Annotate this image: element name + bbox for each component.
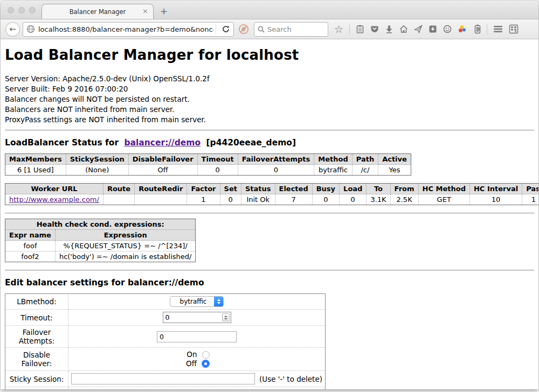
col-status: Status <box>241 184 275 194</box>
form-row-disable-failover: Disable Failover: On Off <box>5 348 326 371</box>
section-divider <box>5 270 534 271</box>
cell-expression: hc('body') =~ /domain is established/ <box>55 251 196 262</box>
failover-attempts-label: Failover Attempts: <box>5 326 68 348</box>
failover-attempts-input[interactable] <box>157 331 237 342</box>
sticky-session-label: Sticky Session: <box>5 371 68 387</box>
col-load: Load <box>340 184 367 194</box>
persist-note-line: Balancer changes will NOT be persisted o… <box>5 94 538 104</box>
cell-stickysession: (None) <box>66 165 128 176</box>
url-input[interactable] <box>38 25 213 33</box>
new-tab-button[interactable]: + <box>160 6 168 17</box>
urlbar-divider <box>216 24 216 34</box>
back-arrow-icon: ← <box>9 24 16 34</box>
balancer-status-table: MaxMembers StickySession DisableFailover… <box>5 153 411 176</box>
table-header-row: Worker URL Route RouteRedir Factor Set S… <box>5 184 539 194</box>
col-active: Active <box>378 154 411 165</box>
cell-timeout: 0 <box>197 165 238 176</box>
search-input[interactable] <box>267 25 324 33</box>
col-maxmembers: MaxMembers <box>5 154 66 165</box>
col-busy: Busy <box>312 184 339 194</box>
pocket-icon[interactable] <box>370 25 379 33</box>
cell-passes: 1 (0) <box>522 194 538 205</box>
table-header-row: Expr name Expression <box>5 230 196 241</box>
col-expr-name: Expr name <box>5 230 56 241</box>
back-button[interactable]: ← <box>5 22 20 37</box>
tab-close-icon[interactable]: × <box>142 8 148 15</box>
url-bar[interactable] <box>23 22 234 37</box>
bookmark-star-icon[interactable]: ☆ <box>334 24 343 34</box>
downloads-icon[interactable] <box>385 25 393 33</box>
disable-failover-off-radio[interactable] <box>202 360 210 368</box>
add-worker-label: Add New Worker: <box>5 387 68 390</box>
health-check-title: Health check cond. expressions: <box>5 219 196 230</box>
search-icon <box>258 26 265 33</box>
send-plane-icon[interactable] <box>414 25 423 33</box>
cell-maxmembers: 6 [1 Used] <box>5 165 66 176</box>
cell-worker-url: http://www.example.com/ <box>5 194 103 205</box>
number-stepper-icon[interactable] <box>222 313 230 321</box>
col-expression: Expression <box>55 230 196 241</box>
tab-balancer-manager[interactable]: Balancer Manager × <box>42 4 154 19</box>
server-info: Server Version: Apache/2.5.0-dev (Unix) … <box>5 74 538 125</box>
col-failoverattempts: FailoverAttempts <box>238 154 314 165</box>
col-to: To <box>367 184 390 194</box>
sticky-session-hint: (Use '-' to delete) <box>259 375 322 383</box>
colored-dots-extension-icon[interactable] <box>458 24 467 34</box>
device-battery-group[interactable]: ▾ <box>473 24 481 34</box>
col-timeout: Timeout <box>197 154 238 165</box>
panel-download-icon[interactable] <box>429 25 437 33</box>
table-row: http://www.example.com/ 1 0 Init Ok 7 0 … <box>5 194 539 205</box>
form-row-timeout: Timeout: <box>5 310 326 326</box>
timeout-input[interactable] <box>163 312 231 323</box>
cell-expr-name: foof <box>5 241 56 251</box>
close-window-button[interactable] <box>8 7 14 13</box>
cell-path: /c/ <box>352 165 378 176</box>
select-stepper-icon <box>214 296 223 307</box>
col-set: Set <box>220 184 241 194</box>
worker-url-link[interactable]: http://www.example.com/ <box>9 195 99 204</box>
server-built-line: Server Built: Feb 9 2016 07:00:20 <box>5 84 538 94</box>
sticky-session-input[interactable] <box>71 373 255 384</box>
cell-expr-name: foof2 <box>5 251 56 262</box>
tab-bar: Balancer Manager × + <box>1 1 538 19</box>
window-controls <box>8 7 36 13</box>
navigation-toolbar: ← ☆ <box>1 19 538 39</box>
col-worker-url: Worker URL <box>5 184 103 194</box>
cell-set: 0 <box>220 194 241 205</box>
reading-list-icon[interactable] <box>356 25 364 33</box>
cell-route <box>103 194 134 205</box>
cell-disablefailover: Off <box>128 165 197 176</box>
toolbar-separator <box>349 24 350 34</box>
toolbar-icons: ☆ <box>334 24 519 34</box>
radio-off-label: Off <box>184 359 197 368</box>
browser-window: Balancer Manager × + ← <box>1 1 538 389</box>
lbmethod-select[interactable]: bytraffic <box>170 296 224 307</box>
cell-method: bytraffic <box>314 165 352 176</box>
inherit-note-line: Balancers are NOT inherited from main se… <box>5 104 538 115</box>
table-header-row: MaxMembers StickySession DisableFailover… <box>5 154 411 165</box>
col-routeredir: RouteRedir <box>135 184 187 194</box>
table-title-row: Health check cond. expressions: <box>5 219 196 230</box>
search-bar[interactable] <box>254 22 328 37</box>
cell-hc-method: GET <box>418 194 469 205</box>
chat-smiley-icon[interactable] <box>443 25 452 33</box>
zoom-window-button[interactable] <box>29 7 36 13</box>
form-row-failover-attempts: Failover Attempts: <box>5 326 326 348</box>
content-block-icon[interactable] <box>238 24 249 34</box>
menu-hamburger-icon[interactable] <box>493 25 503 33</box>
cell-load: 0 <box>340 194 367 205</box>
tiles-grid-icon[interactable] <box>509 24 519 34</box>
site-identity-globe-icon[interactable] <box>26 25 35 33</box>
col-from: From <box>390 184 418 194</box>
minimize-window-button[interactable] <box>18 7 25 13</box>
balancer-demo-link[interactable]: balancer://demo <box>124 138 201 148</box>
timeout-label: Timeout: <box>5 310 68 326</box>
home-icon[interactable] <box>399 25 408 33</box>
cell-routeredir <box>135 194 187 205</box>
toolbar-separator <box>487 24 487 34</box>
col-path: Path <box>352 154 378 165</box>
chevron-down-icon[interactable]: ▾ <box>478 26 481 32</box>
lbmethod-selected-value: bytraffic <box>170 298 215 305</box>
reload-icon[interactable] <box>222 25 230 33</box>
disable-failover-on-radio[interactable] <box>202 351 210 359</box>
